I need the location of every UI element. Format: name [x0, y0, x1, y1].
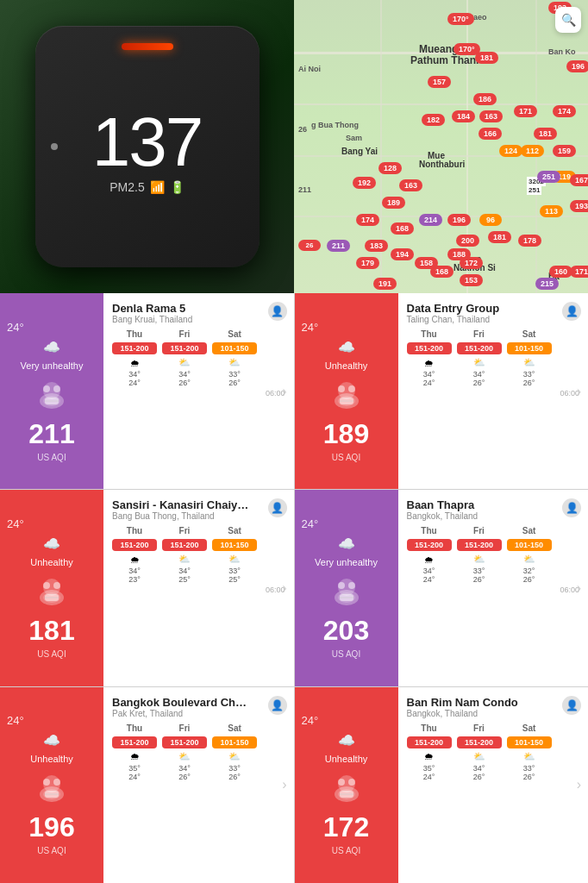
aqi-bubble-160[interactable]: 160 [549, 266, 572, 278]
map-search-button[interactable]: 🔍 [555, 7, 581, 33]
card-chevron-icon[interactable]: › [282, 384, 286, 399]
card-chevron-icon[interactable]: › [577, 384, 581, 399]
aqi-bubble-96[interactable]: 96 [479, 214, 502, 226]
aqi-bubble-166[interactable]: 166 [479, 128, 502, 140]
aqi-bubble-211[interactable]: 211 [327, 240, 350, 252]
cloud-icon: ☁️ [43, 339, 60, 355]
weather-card-5[interactable]: 24° ☁️ Unhealthy 196 US AQI 👤 Bangkok Bo… [0, 687, 294, 883]
card-chevron-icon[interactable]: › [282, 580, 286, 596]
map-panel[interactable]: Mueang Pathum Thani Mue Nonthaburi Bang … [294, 0, 588, 293]
card-right-panel-1: 👤 Denla Rama 5 Bang Kruai, Thailand ThuF… [103, 293, 294, 489]
card-left-panel-3: 24° ☁️ Unhealthy 181 US AQI [0, 490, 103, 686]
device-indicator-light [122, 43, 173, 50]
aqi-bubble-26[interactable]: 26 [298, 240, 321, 251]
weather-card-3[interactable]: 24° ☁️ Unhealthy 181 US AQI 👤 Sansiri - … [0, 490, 294, 686]
aqi-bubble-196b[interactable]: 196 [447, 214, 471, 226]
forecast-weather-1: ⛅ [457, 751, 502, 762]
forecast-temp-low-row: 24°26°26° [112, 773, 285, 781]
aqi-bubble-153[interactable]: 153 [460, 274, 483, 286]
forecast-day-label: Fri [162, 329, 207, 339]
aqi-bubble-179[interactable]: 179 [356, 257, 379, 269]
card-title: Data Entry Group [407, 302, 545, 315]
aqi-bubble-171a[interactable]: 171 [514, 105, 537, 117]
aqi-bubble-168a[interactable]: 168 [391, 222, 414, 235]
forecast-weather-1: ⛅ [162, 357, 207, 368]
aqi-bubble-193b[interactable]: 193 [570, 200, 588, 212]
aqi-bubble-181a[interactable]: 181 [475, 52, 498, 64]
card-subtitle: Taling Chan, Thailand [407, 315, 580, 324]
aqi-bubble-181c[interactable]: 181 [488, 231, 511, 243]
aqi-bubble-191[interactable]: 191 [373, 278, 397, 290]
aqi-bubble-251[interactable]: 251 [537, 171, 560, 183]
weather-card-6[interactable]: 24° ☁️ Unhealthy 172 US AQI 👤 Ban Rim Na… [295, 687, 589, 883]
weather-card-4[interactable]: 24° ☁️ Very unhealthy 203 US AQI 👤 Baan … [295, 490, 589, 686]
forecast-day-label: Sat [507, 723, 552, 733]
card-right-panel-4: 👤 Baan Thapra Bangkok, Thailand ThuFriSa… [398, 490, 589, 686]
aqi-bubble-168b[interactable]: 168 [430, 266, 454, 278]
card-temp: 24° [302, 517, 319, 530]
user-icon[interactable]: 👤 [562, 696, 581, 715]
forecast-day-label: Thu [407, 723, 452, 733]
forecast-day-label: Sat [212, 526, 257, 535]
forecast-day-label: Thu [112, 526, 157, 535]
aqi-bubble-112[interactable]: 112 [521, 145, 544, 157]
card-aqi-unit: US AQI [37, 846, 66, 855]
temp-high: 35° [112, 764, 157, 773]
forecast-days-header: ThuFriSat [112, 723, 285, 733]
user-icon[interactable]: 👤 [268, 302, 287, 321]
card-chevron-icon[interactable]: › [577, 777, 581, 792]
aqi-bubble-214[interactable]: 214 [419, 214, 442, 226]
aqi-bubble-174[interactable]: 174 [553, 105, 576, 117]
aqi-bubble-167[interactable]: 167 [570, 174, 588, 186]
temp-low: 24° [407, 379, 452, 387]
aqi-bubble-124[interactable]: 124 [499, 145, 522, 157]
user-icon[interactable]: 👤 [268, 498, 287, 517]
card-left-panel-1: 24° ☁️ Very unhealthy 211 US AQI [0, 293, 103, 489]
aqi-bubble-188[interactable]: 188 [447, 248, 471, 260]
forecast-days-header: ThuFriSat [407, 526, 580, 535]
aqi-bubble-128[interactable]: 128 [378, 162, 402, 174]
device-photo-panel: 137 PM2.5 📶 🔋 [0, 0, 294, 293]
card-subtitle: Bangkok, Thailand [407, 709, 580, 718]
aqi-bubble-157[interactable]: 157 [428, 76, 451, 88]
map-place-sam: Sam [346, 134, 362, 142]
aqi-bubble-196a[interactable]: 196 [566, 60, 588, 72]
aqi-bubble-159[interactable]: 159 [553, 145, 576, 157]
aqi-bubble-170a[interactable]: 170° [447, 13, 474, 25]
card-status: Very unhealthy [315, 557, 378, 568]
aqi-bubble-181b[interactable]: 181 [534, 128, 557, 140]
aqi-bubble-189[interactable]: 189 [382, 197, 405, 209]
card-status: Unhealthy [325, 754, 368, 765]
mask-svg [328, 377, 366, 415]
aqi-bubble-192[interactable]: 192 [353, 177, 376, 189]
aqi-bubble-178[interactable]: 178 [518, 235, 541, 247]
temp-high: 33° [212, 567, 257, 575]
forecast-day-label: Fri [457, 723, 502, 733]
aqi-bubble-194[interactable]: 194 [391, 248, 414, 260]
aqi-bubble-171b[interactable]: 171 [570, 266, 588, 278]
weather-card-2[interactable]: 24° ☁️ Unhealthy 189 US AQI 👤 Data Entry… [295, 293, 589, 489]
card-chevron-icon[interactable]: › [282, 777, 286, 792]
aqi-bubble-113[interactable]: 113 [540, 205, 563, 217]
badge-Fri-1: 151-200 [457, 342, 502, 354]
user-icon[interactable]: 👤 [268, 696, 287, 715]
aqi-bubble-200[interactable]: 200 [456, 235, 479, 247]
temp-low: 26° [457, 575, 502, 584]
badge-Fri-2: 151-200 [162, 539, 207, 551]
aqi-bubble-170b[interactable]: 170° [454, 43, 480, 55]
mask-svg [328, 573, 366, 611]
aqi-bubble-186[interactable]: 186 [473, 93, 497, 105]
card-chevron-icon[interactable]: › [577, 580, 581, 596]
aqi-bubble-182[interactable]: 182 [422, 114, 445, 126]
card-aqi-unit: US AQI [37, 649, 66, 659]
aqi-bubble-163a[interactable]: 163 [479, 110, 503, 122]
forecast-weather-row: 🌧⛅⛅ [112, 751, 285, 762]
weather-card-1[interactable]: 24° ☁️ Very unhealthy 211 US AQI 👤 Denla… [0, 293, 294, 489]
aqi-bubble-183[interactable]: 183 [365, 240, 388, 252]
aqi-bubble-174b[interactable]: 174 [356, 214, 379, 226]
aqi-bubble-215[interactable]: 215 [535, 278, 559, 290]
card-aqi-value: 203 [323, 617, 369, 644]
aqi-bubble-184[interactable]: 184 [452, 110, 475, 122]
user-icon[interactable]: 👤 [562, 302, 581, 321]
aqi-bubble-163b[interactable]: 163 [399, 179, 422, 191]
